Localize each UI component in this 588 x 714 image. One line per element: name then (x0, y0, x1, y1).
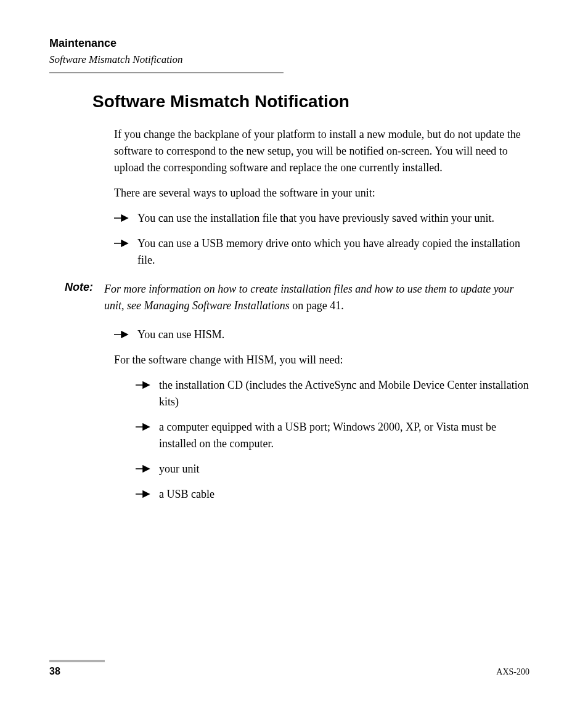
list-item-text: You can use the installation file that y… (137, 212, 494, 224)
arrow-bullet-icon (114, 331, 129, 338)
document-id: AXS-200 (496, 667, 529, 677)
list-item: You can use the installation file that y… (114, 210, 529, 227)
hism-list: You can use HISM. (114, 327, 529, 343)
arrow-bullet-icon (136, 423, 150, 431)
arrow-bullet-icon (136, 465, 150, 473)
page-header: Maintenance Software Mismatch Notificati… (49, 37, 529, 73)
arrow-bullet-icon (136, 381, 150, 389)
page-footer: 38 AXS-200 (49, 660, 529, 677)
list-item: You can use HISM. (114, 327, 529, 343)
arrow-bullet-icon (136, 490, 150, 498)
section-heading: Software Mismatch Notification (92, 92, 529, 112)
footer-divider (49, 660, 105, 662)
page-number: 38 (49, 666, 60, 677)
header-divider (49, 72, 284, 73)
list-item-text: You can use HISM. (137, 328, 224, 341)
arrow-bullet-icon (114, 214, 129, 222)
intro-paragraph: If you change the backplane of your plat… (114, 126, 529, 176)
section-subtitle: Software Mismatch Notification (49, 54, 529, 66)
list-item-text: your unit (159, 463, 200, 475)
note-block: Note: For more information on how to cre… (65, 281, 529, 314)
list-item: You can use a USB memory drive onto whic… (114, 235, 529, 269)
note-text: For more information on how to create in… (104, 281, 529, 314)
list-item: a USB cable (136, 486, 529, 503)
hism-need-paragraph: For the software change with HISM, you w… (114, 352, 529, 368)
footer-content: 38 AXS-200 (49, 666, 529, 677)
main-content: Software Mismatch Notification If you ch… (92, 92, 529, 503)
requirements-list: the installation CD (includes the Active… (136, 377, 529, 503)
note-label: Note: (65, 281, 93, 314)
ways-paragraph: There are several ways to upload the sof… (114, 185, 529, 201)
chapter-title: Maintenance (49, 37, 529, 50)
list-item: the installation CD (includes the Active… (136, 377, 529, 410)
list-item: your unit (136, 461, 529, 477)
list-item: a computer equipped with a USB port; Win… (136, 419, 529, 452)
list-item-text: You can use a USB memory drive onto whic… (137, 237, 520, 266)
list-item-text: a USB cable (159, 488, 214, 500)
list-item-text: a computer equipped with a USB port; Win… (159, 421, 496, 450)
upload-ways-list: You can use the installation file that y… (114, 210, 529, 269)
arrow-bullet-icon (114, 240, 129, 247)
list-item-text: the installation CD (includes the Active… (159, 379, 529, 408)
